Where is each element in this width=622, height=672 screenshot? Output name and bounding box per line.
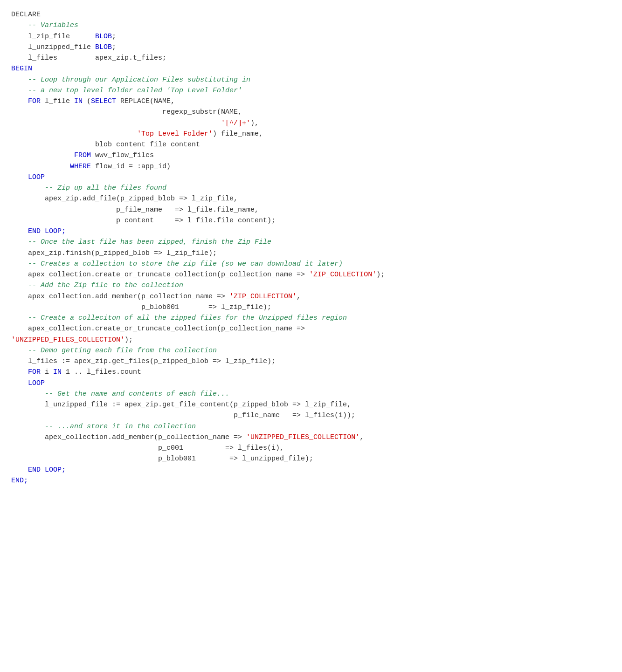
code-line: apex_collection.add_member(p_collection_… bbox=[11, 432, 611, 443]
code-line: apex_zip.finish(p_zipped_blob => l_zip_f… bbox=[11, 248, 611, 259]
code-line: blob_content file_content bbox=[11, 139, 611, 150]
code-line: -- Creates a collection to store the zip… bbox=[11, 259, 611, 269]
code-line: -- Loop through our Application Files su… bbox=[11, 75, 611, 85]
code-line: END LOOP; bbox=[11, 226, 611, 237]
code-line: FOR i IN 1 .. l_files.count bbox=[11, 367, 611, 377]
code-line: LOOP bbox=[11, 378, 611, 389]
code-line: LOOP bbox=[11, 172, 611, 183]
code-line: apex_collection.create_or_truncate_colle… bbox=[11, 323, 611, 334]
kw-token: BLOB bbox=[95, 33, 112, 41]
plain-token: ; bbox=[112, 33, 116, 41]
code-line: p_blob001 => l_unzipped_file); bbox=[11, 453, 611, 464]
string-token: 'Top Level Folder' bbox=[137, 130, 213, 138]
plain-token bbox=[11, 130, 137, 138]
plain-token bbox=[11, 97, 28, 105]
plain-token: i bbox=[41, 368, 53, 376]
plain-token: ), bbox=[250, 119, 259, 127]
code-line: apex_collection.create_or_truncate_colle… bbox=[11, 269, 611, 280]
plain-token bbox=[11, 163, 70, 171]
code-line: END; bbox=[11, 475, 611, 486]
string-token: 'ZIP_COLLECTION' bbox=[229, 293, 297, 301]
code-line: FOR l_file IN (SELECT REPLACE(NAME, bbox=[11, 96, 611, 107]
plain-token bbox=[11, 151, 74, 159]
code-line: l_unzipped_file := apex_zip.get_file_con… bbox=[11, 399, 611, 410]
plain-token: , bbox=[359, 433, 364, 441]
plain-token bbox=[11, 368, 28, 376]
plain-token: ) file_name, bbox=[213, 130, 263, 138]
plain-token: apex_collection.add_member(p_collection_… bbox=[11, 293, 229, 301]
code-line: -- Zip up all the files found bbox=[11, 183, 611, 193]
plain-token bbox=[11, 119, 221, 127]
code-line: FROM wwv_flow_files bbox=[11, 150, 611, 161]
code-line: p_blob001 => l_zip_file); bbox=[11, 302, 611, 313]
kw-token: SELECT bbox=[91, 97, 116, 105]
code-line: '[^/]+'), bbox=[11, 118, 611, 129]
plain-token: , bbox=[297, 293, 301, 301]
code-line: l_files := apex_zip.get_files(p_zipped_b… bbox=[11, 356, 611, 367]
plain-token: 1 .. l_files.count bbox=[62, 368, 141, 376]
code-line: DECLARE bbox=[11, 9, 611, 20]
plain-token: apex_collection.add_member(p_collection_… bbox=[11, 433, 246, 441]
code-line: p_content => l_file.file_content); bbox=[11, 215, 611, 226]
code-line: -- Once the last file has been zipped, f… bbox=[11, 237, 611, 247]
kw-token: BLOB bbox=[95, 43, 112, 51]
code-line: p_file_name => l_files(i)); bbox=[11, 410, 611, 421]
kw-token: IN bbox=[74, 97, 83, 105]
plain-token: ( bbox=[83, 97, 91, 105]
plain-token: l_unzipped_file bbox=[11, 43, 95, 51]
code-line: l_files apex_zip.t_files; bbox=[11, 53, 611, 63]
code-line: END LOOP; bbox=[11, 465, 611, 475]
code-line: 'UNZIPPED_FILES_COLLECTION'); bbox=[11, 335, 611, 345]
plain-token: apex_collection.create_or_truncate_colle… bbox=[11, 271, 309, 279]
code-line: apex_zip.add_file(p_zipped_blob => l_zip… bbox=[11, 193, 611, 204]
plain-token: wwv_flow_files bbox=[91, 151, 154, 159]
code-line: -- Get the name and contents of each fil… bbox=[11, 389, 611, 399]
string-token: 'UNZIPPED_FILES_COLLECTION' bbox=[246, 433, 359, 441]
plain-token: l_file bbox=[41, 97, 74, 105]
plain-token: l_zip_file bbox=[11, 33, 95, 41]
code-line: -- Demo getting each file from the colle… bbox=[11, 345, 611, 356]
string-token: 'UNZIPPED_FILES_COLLECTION' bbox=[11, 336, 124, 344]
kw-token: IN bbox=[53, 368, 62, 376]
code-line: WHERE flow_id = :app_id) bbox=[11, 161, 611, 172]
string-token: '[^/]+' bbox=[221, 119, 250, 127]
plain-token: ); bbox=[124, 336, 133, 344]
code-line: l_unzipped_file BLOB; bbox=[11, 42, 611, 53]
code-block: DECLARE -- Variables l_zip_file BLOB; l_… bbox=[11, 9, 611, 486]
code-line: -- a new top level folder called 'Top Le… bbox=[11, 85, 611, 96]
plain-token: flow_id = :app_id) bbox=[91, 163, 171, 171]
code-line: -- Create a colleciton of all the zipped… bbox=[11, 313, 611, 323]
kw-token: FROM bbox=[74, 151, 91, 159]
kw-token: FOR bbox=[28, 368, 41, 376]
plain-token: ); bbox=[376, 271, 385, 279]
code-line: l_zip_file BLOB; bbox=[11, 31, 611, 42]
string-token: 'ZIP_COLLECTION' bbox=[309, 271, 376, 279]
code-line: p_c001 => l_files(i), bbox=[11, 443, 611, 453]
code-line: -- ...and store it in the collection bbox=[11, 421, 611, 432]
kw-token: FOR bbox=[28, 97, 41, 105]
code-line: -- Variables bbox=[11, 20, 611, 31]
code-line: -- Add the Zip file to the collection bbox=[11, 280, 611, 291]
code-line: BEGIN bbox=[11, 63, 611, 74]
kw-token: WHERE bbox=[70, 163, 91, 171]
code-line: regexp_substr(NAME, bbox=[11, 107, 611, 117]
plain-token: REPLACE(NAME, bbox=[116, 97, 175, 105]
code-line: p_file_name => l_file.file_name, bbox=[11, 205, 611, 215]
code-line: 'Top Level Folder') file_name, bbox=[11, 129, 611, 139]
plain-token: ; bbox=[112, 43, 116, 51]
code-line: apex_collection.add_member(p_collection_… bbox=[11, 291, 611, 302]
